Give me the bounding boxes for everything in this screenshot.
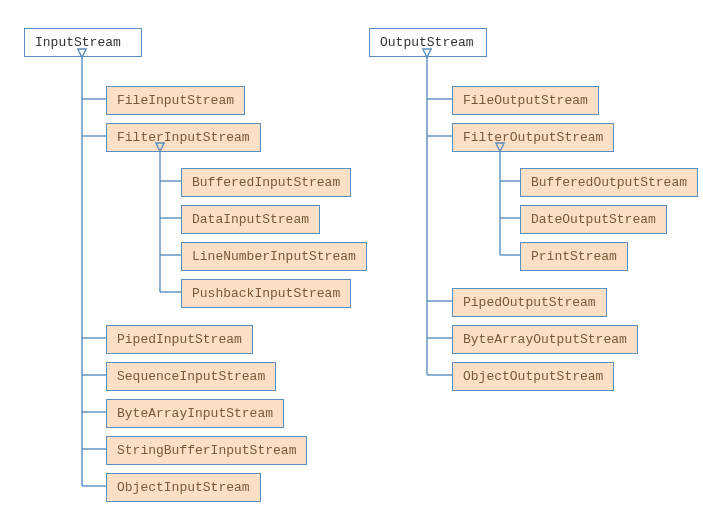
- stringbufferinputstream: StringBufferInputStream: [106, 436, 307, 465]
- pipedinputstream: PipedInputStream: [106, 325, 253, 354]
- printstream: PrintStream: [520, 242, 628, 271]
- filteroutputstream: FilterOutputStream: [452, 123, 614, 152]
- pipedoutputstream: PipedOutputStream: [452, 288, 607, 317]
- linenumberinputstream: LineNumberInputStream: [181, 242, 367, 271]
- bytearrayinputstream: ByteArrayInputStream: [106, 399, 284, 428]
- outputstream-root: OutputStream: [369, 28, 487, 57]
- bufferedoutputstream: BufferedOutputStream: [520, 168, 698, 197]
- objectoutputstream: ObjectOutputStream: [452, 362, 614, 391]
- bytearrayoutputstream: ByteArrayOutputStream: [452, 325, 638, 354]
- objectinputstream: ObjectInputStream: [106, 473, 261, 502]
- pushbackinputstream: PushbackInputStream: [181, 279, 351, 308]
- fileoutputstream: FileOutputStream: [452, 86, 599, 115]
- dateoutputstream: DateOutputStream: [520, 205, 667, 234]
- inputstream-root: InputStream: [24, 28, 142, 57]
- bufferedinputstream: BufferedInputStream: [181, 168, 351, 197]
- filterinputstream: FilterInputStream: [106, 123, 261, 152]
- datainputstream: DataInputStream: [181, 205, 320, 234]
- sequenceinputstream: SequenceInputStream: [106, 362, 276, 391]
- fileinputstream: FileInputStream: [106, 86, 245, 115]
